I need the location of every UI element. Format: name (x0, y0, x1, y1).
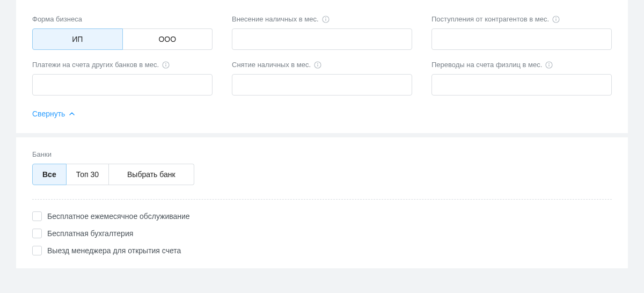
checkbox-manager-visit-label: Выезд менеджера для открытия счета (47, 246, 181, 255)
checkbox-free-accounting[interactable]: Бесплатная бухгалтерия (32, 229, 612, 238)
info-icon[interactable] (552, 16, 560, 23)
label-payments-other-banks-text: Платежи на счета других банков в мес. (32, 61, 159, 69)
checkbox-free-service-label: Бесплатное ежемесячное обслуживание (47, 212, 190, 221)
field-incoming: Поступления от контрагентов в мес. (431, 15, 612, 50)
field-transfers-individuals: Переводы на счета физлиц в мес. (431, 61, 612, 96)
divider (32, 199, 612, 200)
field-cash-deposit: Внесение наличных в мес. (232, 15, 412, 50)
svg-rect-11 (317, 64, 318, 67)
label-incoming-text: Поступления от контрагентов в мес. (431, 15, 549, 23)
svg-rect-5 (555, 19, 556, 21)
banks-label: Банки (32, 150, 612, 158)
svg-point-4 (555, 17, 557, 18)
banks-tab-select[interactable]: Выбрать банк (109, 164, 194, 185)
banks-tab-all[interactable]: Все (32, 164, 67, 185)
checkbox-box (32, 246, 42, 255)
business-form-ooo-button[interactable]: ООО (123, 28, 213, 50)
collapse-button[interactable]: Свернуть (32, 109, 75, 118)
collapse-label: Свернуть (32, 109, 65, 118)
label-cash-withdrawal: Снятие наличных в мес. (232, 61, 412, 69)
svg-point-13 (548, 63, 550, 64)
business-form-ip-button[interactable]: ИП (32, 28, 123, 50)
svg-rect-2 (325, 19, 326, 21)
label-business-form-text: Форма бизнеса (32, 15, 82, 23)
field-business-form: Форма бизнеса ИП ООО (32, 15, 213, 50)
transfers-individuals-input[interactable] (431, 74, 612, 96)
banks-tab-top30[interactable]: Топ 30 (67, 164, 109, 185)
checkbox-free-accounting-label: Бесплатная бухгалтерия (47, 229, 133, 238)
checkbox-box (32, 211, 42, 221)
label-cash-deposit-text: Внесение наличных в мес. (232, 15, 319, 23)
svg-point-10 (317, 63, 318, 64)
field-payments-other-banks: Платежи на счета других банков в мес. (32, 61, 213, 96)
info-icon[interactable] (162, 61, 170, 69)
cash-deposit-input[interactable] (232, 28, 412, 50)
checkbox-box (32, 229, 42, 238)
cash-withdrawal-input[interactable] (232, 74, 412, 96)
chevron-up-icon (69, 111, 75, 116)
incoming-input[interactable] (431, 28, 612, 50)
label-transfers-individuals-text: Переводы на счета физлиц в мес. (431, 61, 542, 69)
checkbox-manager-visit[interactable]: Выезд менеджера для открытия счета (32, 246, 612, 255)
info-icon[interactable] (314, 61, 321, 69)
svg-rect-8 (165, 64, 166, 67)
info-icon[interactable] (545, 61, 553, 69)
label-transfers-individuals: Переводы на счета физлиц в мес. (431, 61, 612, 69)
svg-point-1 (325, 17, 326, 18)
svg-point-7 (165, 63, 166, 64)
svg-rect-14 (549, 64, 550, 67)
label-incoming: Поступления от контрагентов в мес. (431, 15, 612, 23)
label-cash-deposit: Внесение наличных в мес. (232, 15, 412, 23)
info-icon[interactable] (322, 16, 330, 23)
label-payments-other-banks: Платежи на счета других банков в мес. (32, 61, 213, 69)
banks-tabs: Все Топ 30 Выбрать банк (32, 164, 612, 185)
checkbox-free-service[interactable]: Бесплатное ежемесячное обслуживание (32, 211, 612, 221)
label-business-form: Форма бизнеса (32, 15, 213, 23)
business-form-segmented: ИП ООО (32, 28, 213, 50)
field-cash-withdrawal: Снятие наличных в мес. (232, 61, 412, 96)
label-cash-withdrawal-text: Снятие наличных в мес. (232, 61, 311, 69)
payments-other-banks-input[interactable] (32, 74, 213, 96)
